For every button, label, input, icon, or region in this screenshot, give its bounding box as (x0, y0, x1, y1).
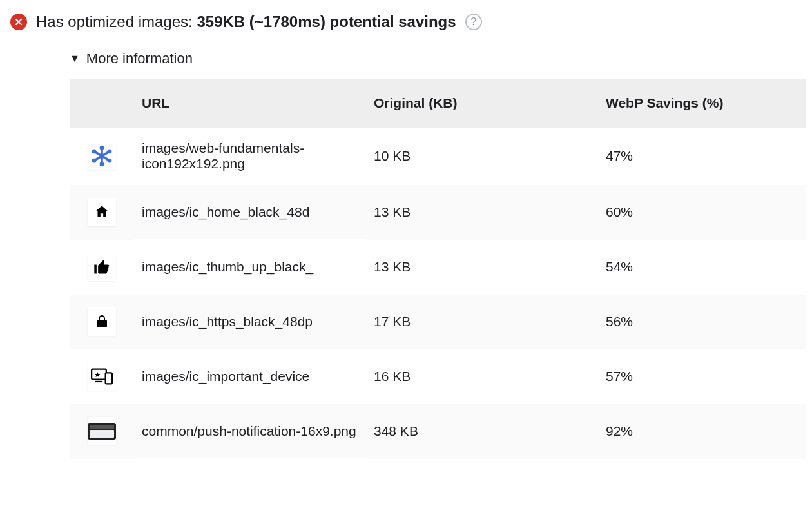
thumbnail-cell (70, 240, 134, 295)
thumb-icon (88, 253, 116, 281)
svg-rect-10 (95, 381, 102, 382)
column-original: Original (KB) (366, 79, 598, 128)
original-size-cell: 16 KB (366, 349, 598, 404)
help-icon[interactable]: ? (465, 14, 482, 30)
savings-cell: 92% (598, 404, 806, 459)
thumbnail-cell (70, 128, 134, 185)
audit-title: Has optimized images: 359KB (~1780ms) po… (36, 13, 456, 31)
savings-cell: 54% (598, 240, 806, 295)
original-size-cell: 348 KB (366, 404, 598, 459)
audit-title-prefix: Has optimized images: (36, 13, 197, 30)
push-icon (88, 417, 116, 445)
audit-header: Has optimized images: 359KB (~1780ms) po… (10, 13, 806, 31)
thumbnail-cell (70, 295, 134, 349)
column-url: URL (134, 79, 366, 128)
table-row[interactable]: images/ic_important_device16 KB57% (70, 349, 806, 404)
url-cell: images/ic_important_device (134, 349, 366, 404)
push-notification-thumb-icon (88, 423, 116, 440)
url-cell: images/ic_home_black_48d (134, 185, 366, 240)
original-size-cell: 13 KB (366, 240, 598, 295)
svg-point-8 (108, 159, 112, 163)
thumbnail-cell (70, 404, 134, 459)
svg-point-6 (108, 150, 112, 154)
original-size-cell: 17 KB (366, 295, 598, 349)
details-section: ▼ More information URL Original (KB) Web… (70, 50, 806, 459)
url-cell: images/ic_https_black_48dp (134, 295, 366, 349)
savings-cell: 60% (598, 185, 806, 240)
svg-point-7 (92, 159, 97, 163)
url-cell: images/web-fundamentals-icon192x192.png (134, 128, 366, 185)
column-savings: WebP Savings (%) (598, 79, 806, 128)
thumbnail-cell (70, 185, 134, 240)
thumbnail-cell (70, 349, 134, 404)
table-row[interactable]: images/web-fundamentals-icon192x192.png1… (70, 128, 806, 185)
original-size-cell: 13 KB (366, 185, 598, 240)
savings-cell: 56% (598, 295, 806, 349)
savings-cell: 57% (598, 349, 806, 404)
lock-icon (88, 307, 116, 336)
url-cell: common/push-notification-16x9.png (134, 404, 366, 459)
original-size-cell: 10 KB (366, 128, 598, 185)
svg-point-4 (100, 162, 104, 166)
svg-point-5 (92, 150, 97, 154)
more-information-toggle[interactable]: ▼ More information (70, 50, 806, 67)
table-row[interactable]: images/ic_thumb_up_black_13 KB54% (70, 240, 806, 295)
table-row[interactable]: images/ic_home_black_48d13 KB60% (70, 185, 806, 240)
table-row[interactable]: images/ic_https_black_48dp17 KB56% (70, 295, 806, 349)
status-fail-icon (10, 14, 27, 30)
column-thumbnail (70, 79, 134, 128)
home-icon (88, 198, 116, 226)
url-cell: images/ic_thumb_up_black_ (134, 240, 366, 295)
optimized-images-table: URL Original (KB) WebP Savings (%) image… (70, 79, 806, 459)
asterisk-icon (88, 142, 116, 170)
savings-cell: 47% (598, 128, 806, 185)
disclosure-triangle-icon: ▼ (70, 54, 80, 64)
devices-icon (88, 362, 116, 391)
svg-rect-11 (106, 373, 112, 384)
svg-marker-12 (95, 372, 101, 377)
more-information-label: More information (86, 50, 193, 67)
table-row[interactable]: common/push-notification-16x9.png348 KB9… (70, 404, 806, 459)
table-header-row: URL Original (KB) WebP Savings (%) (70, 79, 806, 128)
audit-savings-text: 359KB (~1780ms) potential savings (197, 13, 456, 30)
svg-point-3 (100, 146, 104, 150)
